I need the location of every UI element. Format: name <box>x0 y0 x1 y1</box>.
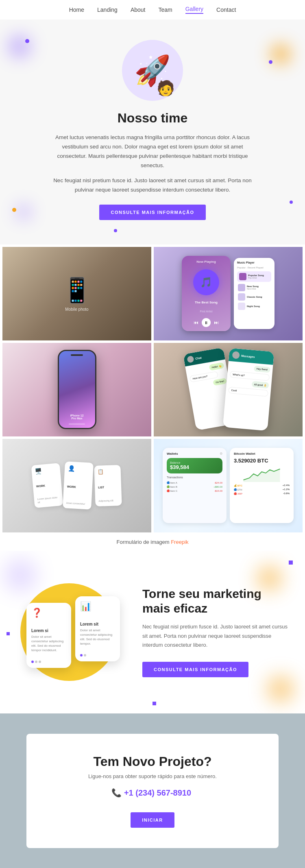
gallery-cell-6[interactable]: Wallets⚙ Balance $39,584 Transactions 🔵 … <box>154 439 303 532</box>
hero-avatar: 🚀 🧑 <box>122 40 183 101</box>
phone-icon: 📞 <box>111 788 122 797</box>
hero-para2: Nec feugiat nisl pretium fusce id. Justo… <box>51 176 254 195</box>
phone-left-area: ❓ Lorem si Dolor sit amet consectetur ad… <box>16 575 130 689</box>
hero-title: Nosso time <box>24 111 281 126</box>
blob-gold-tr <box>270 44 291 64</box>
card2-icon: 📊 <box>80 601 115 612</box>
card1-label: Lorem si <box>31 628 66 633</box>
gallery-cell-4[interactable]: Chat Hello! 👋 How are you? I'm fine! Mes… <box>154 343 303 436</box>
dot-purple-2 <box>269 60 272 64</box>
cta-phone: 📞+1 (234) 567-8910 <box>43 786 262 798</box>
gallery-cell-1[interactable]: 📱 Mobile photo <box>2 247 151 340</box>
person-illustration: 🧑 <box>157 80 175 97</box>
dot-purple-phone-l <box>7 632 10 635</box>
card1-desc: Dolor sit amet consectetur adipiscing el… <box>31 635 66 653</box>
phone-marketing-section: ❓ Lorem si Dolor sit amet consectetur ad… <box>0 551 305 713</box>
phone-card-2: 📊 Lorem sit Dolor sit amet consectetur a… <box>75 596 120 661</box>
blob-purple-tl <box>7 34 32 59</box>
nav-landing[interactable]: Landing <box>97 7 118 13</box>
blob-purple-bl <box>15 204 32 220</box>
nav-contact[interactable]: Contact <box>216 7 236 13</box>
blob-gold-phone-tr <box>258 567 281 589</box>
phone-section-para: Nec feugiat nisl pretium fusce id. Justo… <box>142 622 289 649</box>
gallery-caption-text: Formulário de imagem <box>116 539 171 545</box>
gallery-cell-5[interactable]: 🖥️ WORK Lorem ipsum dolor sit 👤 WORK Ame… <box>2 439 151 532</box>
navigation: Home Landing About Team Gallery Contact <box>0 0 305 20</box>
dot-gold-bl <box>12 208 16 212</box>
card1-icon: ❓ <box>31 608 66 618</box>
dot-purple-phone-b <box>152 702 156 705</box>
nav-about[interactable]: About <box>131 7 146 13</box>
phone-cards: ❓ Lorem si Dolor sit amet consectetur ad… <box>26 596 120 668</box>
nav-team[interactable]: Team <box>158 7 172 13</box>
hero-cta-button[interactable]: CONSULTE MAIS INFORMAÇÃO <box>99 205 205 220</box>
cta-iniciar-button[interactable]: INICIAR <box>131 812 174 828</box>
cta-subtitle: Ligue-nos para obter suporte rápido para… <box>43 773 262 779</box>
gallery-caption-link[interactable]: Freepik <box>171 539 188 545</box>
phone-section-title: Torne seu marketing mais eficaz <box>142 587 289 616</box>
phone-card-1: ❓ Lorem si Dolor sit amet consectetur ad… <box>26 603 71 668</box>
phone-right-area: Torne seu marketing mais eficaz Nec feug… <box>142 587 289 677</box>
phone-section-cta-button[interactable]: CONSULTE MAIS INFORMAÇÃO <box>142 662 248 677</box>
gallery-cell-2[interactable]: Now Playing 🎵 The Best Song First Artist… <box>154 247 303 340</box>
card2-label: Lorem sit <box>80 622 115 626</box>
nav-gallery[interactable]: Gallery <box>185 6 203 14</box>
hero-section: 🚀 🧑 Nosso time Amet luctus venenatis lec… <box>0 20 305 244</box>
dot-center-b <box>114 229 117 232</box>
blob-gold-phone-br <box>268 677 293 701</box>
gallery-cell-3[interactable]: iPhone 12Pro Max <box>2 343 151 436</box>
dot-purple-1 <box>25 39 29 43</box>
gallery-grid: 📱 Mobile photo Now Playing 🎵 The Best So… <box>0 244 305 535</box>
gallery-caption: Formulário de imagem Freepik <box>0 535 305 551</box>
cta-card: Tem Novo Projeto? Ligue-nos para obter s… <box>26 734 279 848</box>
cta-section: Tem Novo Projeto? Ligue-nos para obter s… <box>0 713 305 868</box>
card2-desc: Dolor sit amet consectetur adipiscing el… <box>80 628 115 646</box>
dot-purple-br <box>290 201 293 204</box>
gallery-section: 📱 Mobile photo Now Playing 🎵 The Best So… <box>0 244 305 551</box>
nav-home[interactable]: Home <box>69 7 84 13</box>
dot-purple-phone-tr <box>289 560 293 565</box>
hero-para1: Amet luctus venenatis lectus magna fring… <box>51 133 254 170</box>
cta-phone-number: +1 (234) 567-8910 <box>124 788 191 797</box>
cta-title: Tem Novo Projeto? <box>43 754 262 769</box>
